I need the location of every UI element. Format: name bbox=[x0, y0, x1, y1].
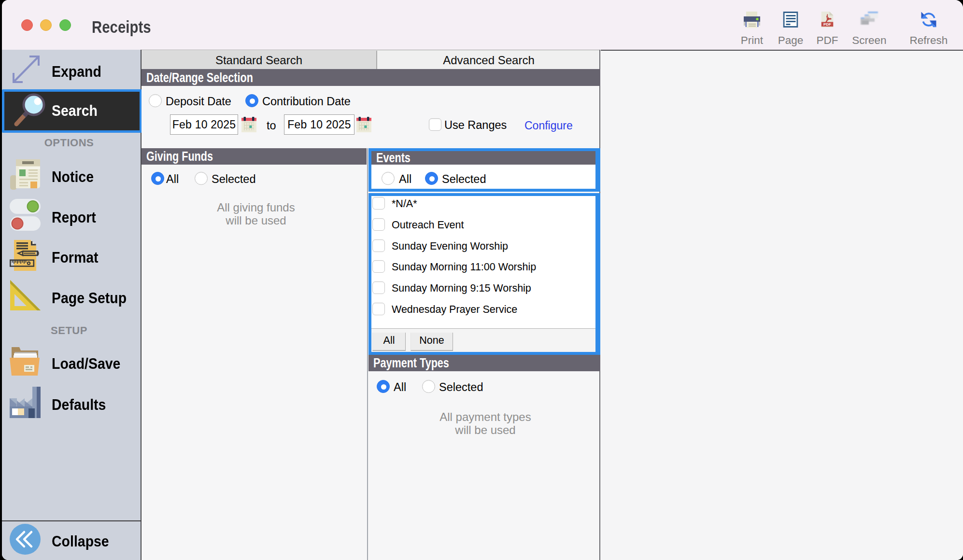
svg-text:PDF: PDF bbox=[823, 22, 831, 27]
